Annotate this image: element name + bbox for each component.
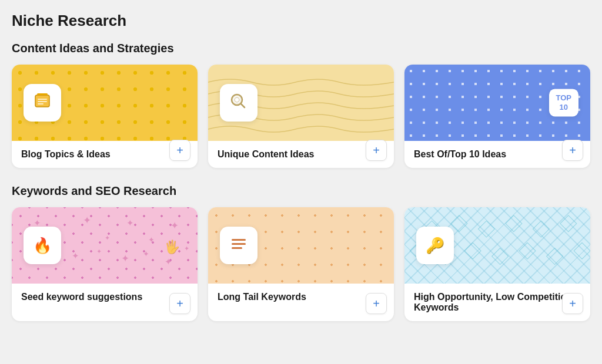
svg-text:✦: ✦ bbox=[105, 234, 110, 241]
best-of-image: TOP 10 bbox=[404, 65, 590, 141]
long-tail-image bbox=[208, 207, 394, 284]
svg-marker-29 bbox=[506, 215, 522, 232]
seed-keyword-card: ✦ ✦ ✦ ✦ ✦ ✦ ✦ ✦ ✦ ✦ ✦ ✦ ✦ ✦ 🔥 bbox=[12, 207, 198, 321]
best-of-add-button[interactable]: + bbox=[562, 140, 583, 161]
keywords-grid: ✦ ✦ ✦ ✦ ✦ ✦ ✦ ✦ ✦ ✦ ✦ ✦ ✦ ✦ 🔥 bbox=[12, 207, 590, 321]
svg-text:✦: ✦ bbox=[170, 220, 179, 231]
svg-marker-34 bbox=[464, 242, 481, 259]
unique-content-icon-wrapper bbox=[220, 84, 257, 122]
unique-content-image bbox=[208, 65, 394, 141]
best-of-title: Best Of/Top 10 Ideas bbox=[414, 149, 581, 160]
svg-marker-35 bbox=[492, 248, 509, 265]
content-ideas-grid: Blog Topics & Ideas + bbox=[12, 65, 590, 168]
svg-marker-31 bbox=[560, 215, 577, 232]
blog-topics-title: Blog Topics & Ideas bbox=[21, 149, 188, 160]
blog-topics-icon bbox=[32, 90, 53, 116]
keywords-title: Keywords and SEO Research bbox=[12, 184, 590, 198]
svg-text:✦: ✦ bbox=[126, 218, 134, 228]
long-tail-icon-wrapper bbox=[220, 227, 257, 264]
long-tail-card: Long Tail Keywords + bbox=[208, 207, 394, 321]
high-opportunity-add-button[interactable]: + bbox=[562, 293, 583, 314]
unique-content-add-button[interactable]: + bbox=[366, 140, 387, 161]
seed-keyword-title: Seed keyword suggestions bbox=[21, 292, 188, 313]
svg-marker-37 bbox=[547, 248, 563, 265]
svg-line-8 bbox=[241, 104, 245, 108]
seed-keyword-add-button[interactable]: + bbox=[169, 293, 190, 314]
cursor-hand-icon: 🖐 bbox=[164, 240, 180, 255]
blog-topics-icon-wrapper bbox=[24, 84, 61, 122]
long-tail-icon bbox=[229, 234, 249, 257]
long-tail-title: Long Tail Keywords bbox=[218, 292, 384, 313]
unique-content-title: Unique Content Ideas bbox=[218, 149, 384, 160]
svg-text:✦: ✦ bbox=[165, 257, 172, 267]
high-opportunity-card: 🔑 High Opportunity, Low Competition Keyw… bbox=[404, 207, 590, 321]
svg-marker-36 bbox=[519, 242, 536, 259]
blog-topics-add-button[interactable]: + bbox=[169, 140, 190, 161]
seed-keyword-image: ✦ ✦ ✦ ✦ ✦ ✦ ✦ ✦ ✦ ✦ ✦ ✦ ✦ ✦ 🔥 bbox=[12, 207, 198, 284]
svg-text:✦: ✦ bbox=[83, 215, 91, 226]
content-ideas-section: Content Ideas and Strategies bbox=[12, 42, 590, 168]
blog-topics-image bbox=[12, 65, 198, 141]
svg-text:✦: ✦ bbox=[96, 248, 102, 255]
svg-rect-24 bbox=[232, 243, 246, 245]
svg-point-6 bbox=[235, 97, 239, 102]
page-title: Niche Research bbox=[12, 12, 590, 30]
badge-line2: 10 bbox=[556, 103, 572, 112]
high-opportunity-image: 🔑 bbox=[404, 207, 590, 284]
keywords-section: Keywords and SEO Research ✦ ✦ ✦ ✦ ✦ ✦ ✦ … bbox=[12, 184, 590, 321]
badge-line1: TOP bbox=[556, 93, 572, 103]
long-tail-add-button[interactable]: + bbox=[366, 293, 387, 314]
svg-point-7 bbox=[233, 96, 241, 104]
content-ideas-title: Content Ideas and Strategies bbox=[12, 42, 590, 55]
seed-keyword-icon-wrapper: 🔥 bbox=[24, 227, 61, 264]
svg-marker-38 bbox=[574, 242, 590, 259]
seed-keyword-icon: 🔥 bbox=[33, 237, 52, 255]
unique-content-icon bbox=[228, 91, 249, 114]
svg-text:✦: ✦ bbox=[121, 253, 129, 264]
svg-text:✦: ✦ bbox=[184, 245, 189, 252]
blog-topics-card: Blog Topics & Ideas + bbox=[12, 65, 198, 168]
svg-marker-30 bbox=[533, 221, 549, 237]
svg-text:✦: ✦ bbox=[143, 250, 149, 258]
high-opportunity-icon-wrapper: 🔑 bbox=[416, 227, 454, 264]
svg-rect-1 bbox=[37, 93, 48, 95]
svg-marker-27 bbox=[451, 215, 467, 232]
top-10-badge: TOP 10 bbox=[549, 89, 579, 116]
best-of-card: TOP 10 Best Of/Top 10 Ideas + bbox=[404, 65, 590, 168]
svg-text:✦: ✦ bbox=[148, 235, 155, 244]
svg-marker-28 bbox=[478, 221, 494, 237]
svg-text:✦: ✦ bbox=[72, 251, 79, 261]
svg-rect-2 bbox=[38, 99, 47, 100]
svg-rect-4 bbox=[38, 103, 44, 105]
unique-content-card: Unique Content Ideas + bbox=[208, 65, 394, 168]
high-opportunity-title: High Opportunity, Low Competition Keywor… bbox=[414, 292, 581, 313]
high-opportunity-icon: 🔑 bbox=[426, 237, 444, 255]
svg-rect-3 bbox=[38, 101, 47, 102]
svg-rect-25 bbox=[232, 247, 242, 249]
svg-rect-23 bbox=[232, 239, 246, 241]
